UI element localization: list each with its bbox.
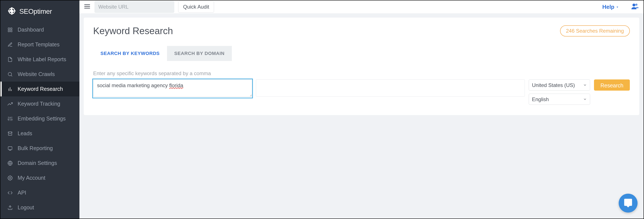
svg-line-5 [11,75,12,76]
svg-rect-2 [8,30,10,32]
embedding-icon [7,116,13,122]
language-select[interactable]: English [529,94,590,105]
page-title: Keyword Research [93,26,173,36]
sidebar-item-leads[interactable]: Leads [0,126,80,141]
svg-point-30 [636,4,638,6]
sidebar-item-bulk-reporting[interactable]: Bulk Reporting [0,141,80,156]
sidebar-item-label: Keyword Tracking [18,101,60,107]
main: Quick Audit Help Keyword Research 246 Se… [80,0,644,218]
dashboard-icon [7,27,13,33]
nav-list: Dashboard Report Templates White Label R… [0,22,80,215]
users-icon[interactable] [631,2,639,12]
tab-search-by-keywords[interactable]: SEARCH BY KEYWORDS [93,46,167,61]
sidebar-item-white-label[interactable]: White Label Reports [0,52,80,67]
sidebar-item-label: Bulk Reporting [18,145,53,151]
logo-icon [7,6,16,16]
sidebar-item-keyword-research[interactable]: Keyword Research [0,82,80,96]
hint-text: Enter any specific keywords separated by… [93,70,630,76]
logo-text: SEOptimer [19,8,52,16]
sidebar-item-label: Leads [18,130,32,136]
tabs: SEARCH BY KEYWORDS SEARCH BY DOMAIN [93,46,630,61]
card: Keyword Research 246 Searches Remaining … [84,18,639,115]
crawls-icon [7,72,13,77]
sidebar-item-report-templates[interactable]: Report Templates [0,37,80,52]
help-label: Help [602,4,614,10]
svg-rect-1 [10,28,12,30]
tab-search-by-domain[interactable]: SEARCH BY DOMAIN [167,46,232,61]
chat-widget[interactable] [619,194,638,212]
hamburger-icon[interactable] [84,3,90,11]
selects-column: United States (US) English [529,80,590,105]
sidebar-item-label: Embedding Settings [18,116,66,122]
sidebar-item-logout[interactable]: Logout [0,200,80,215]
keyword-research-icon [7,86,13,92]
svg-point-29 [632,4,635,6]
account-icon [7,175,13,181]
sidebar-item-keyword-tracking[interactable]: Keyword Tracking [0,96,80,111]
sidebar-item-dashboard[interactable]: Dashboard [0,22,80,37]
sidebar-item-label: Dashboard [18,26,44,33]
svg-rect-3 [10,30,12,32]
chevron-down-icon [616,4,619,10]
chat-icon [624,198,633,208]
sidebar-item-domain-settings[interactable]: Domain Settings [0,156,80,170]
api-icon [7,190,13,196]
sidebar-item-label: Report Templates [18,42,60,48]
logout-icon [7,205,13,210]
sidebar: SEOptimer Dashboard Report Templates Whi… [0,0,80,218]
keyword-input-wrap: social media marketing agency florida [93,80,252,98]
leads-icon [7,131,13,136]
svg-marker-28 [616,7,618,8]
content: Keyword Research 246 Searches Remaining … [80,13,644,218]
country-select[interactable]: United States (US) [529,80,590,90]
logo[interactable]: SEOptimer [0,0,80,22]
website-url-input[interactable] [94,1,174,13]
domain-settings-icon [7,160,13,166]
help-dropdown[interactable]: Help [602,4,619,10]
sidebar-item-label: Domain Settings [18,160,57,166]
searches-remaining-badge: 246 Searches Remaining [560,25,630,36]
keyword-tracking-icon [7,101,13,107]
sidebar-item-api[interactable]: API [0,185,80,200]
report-templates-icon [7,42,13,48]
sidebar-item-label: White Label Reports [18,56,66,62]
sidebar-item-label: Keyword Research [18,86,63,92]
sidebar-item-label: API [18,190,26,196]
svg-point-23 [10,177,11,179]
sidebar-item-embedding[interactable]: Embedding Settings [0,111,80,126]
topbar: Quick Audit Help [80,0,644,13]
sidebar-item-my-account[interactable]: My Account [0,170,80,185]
sidebar-item-label: Logout [18,204,34,211]
quick-audit-button[interactable]: Quick Audit [178,1,214,13]
textarea-extension [256,80,525,96]
sidebar-item-label: My Account [18,175,45,181]
white-label-icon [7,57,13,62]
sidebar-item-label: Website Crawls [18,71,55,77]
bulk-reporting-icon [7,146,13,151]
research-button[interactable]: Research [594,80,630,90]
keyword-textarea[interactable] [93,80,252,96]
form-row: social media marketing agency florida Un… [93,80,630,105]
svg-rect-18 [8,147,12,150]
svg-rect-0 [8,28,10,30]
sidebar-item-crawls[interactable]: Website Crawls [0,67,80,82]
